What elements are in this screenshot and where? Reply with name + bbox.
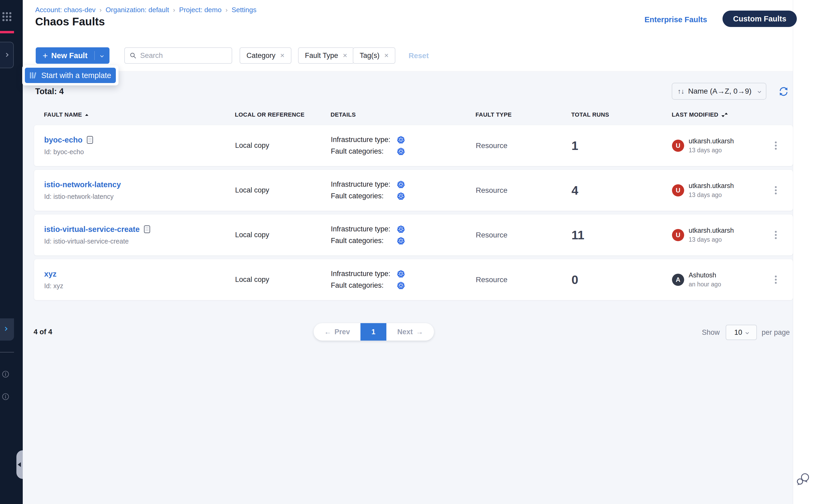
modified-time: 13 days ago — [689, 191, 734, 199]
filter-chip-fault-type[interactable]: Fault Type × — [298, 47, 354, 64]
reset-filters-button[interactable]: Reset — [409, 52, 429, 60]
local-or-reference: Local copy — [235, 186, 331, 194]
page-size-value: 10 — [734, 328, 742, 337]
sidebar-collapse-handle[interactable] — [16, 450, 23, 479]
template-icon — [29, 71, 37, 79]
total-runs: 0 — [571, 273, 672, 287]
refresh-icon[interactable] — [778, 86, 789, 97]
new-fault-button[interactable]: + New Fault — [36, 51, 94, 60]
prev-arrow-icon: ← — [324, 328, 331, 336]
avatar: U — [672, 184, 684, 196]
fault-categories-label: Fault categories: — [331, 147, 397, 155]
enterprise-faults-link[interactable]: Enterprise Faults — [644, 15, 707, 24]
fault-name-link[interactable]: xyz — [44, 270, 57, 278]
search-input[interactable] — [140, 52, 219, 60]
fault-name-link[interactable]: istio-network-latency — [44, 180, 121, 189]
modified-time: 13 days ago — [689, 147, 734, 154]
total-runs: 1 — [571, 139, 672, 153]
new-fault-label: New Fault — [51, 51, 88, 60]
kebab-menu-icon[interactable] — [775, 186, 777, 194]
local-or-reference: Local copy — [235, 141, 331, 150]
infra-type-label: Infrastructure type: — [331, 270, 397, 278]
apps-grid-icon[interactable] — [2, 12, 11, 21]
sort-select[interactable]: ↑↓ Name (A→Z, 0→9) — [672, 83, 766, 100]
fault-id: Id: istio-network-latency — [44, 193, 235, 200]
fault-name-link[interactable]: istio-virtual-service-create — [44, 225, 140, 234]
sort-ascending-icon — [85, 114, 88, 116]
page-size-select[interactable]: 10 — [726, 325, 757, 340]
column-label: FAULT TYPE — [475, 111, 512, 118]
local-or-reference: Local copy — [235, 231, 331, 239]
new-fault-split-button[interactable]: + New Fault — [36, 47, 109, 64]
modified-by: utkarsh.utkarsh — [689, 227, 734, 234]
chat-support-icon[interactable] — [795, 471, 811, 489]
description-icon[interactable] — [87, 136, 93, 144]
fault-categories-label: Fault categories: — [331, 237, 397, 245]
column-label: LAST MODIFIED — [672, 111, 718, 118]
sidebar-divider — [0, 352, 14, 352]
column-label: FAULT NAME — [44, 111, 82, 118]
kubernetes-icon — [397, 148, 405, 155]
right-rail — [793, 0, 814, 504]
fault-name-link[interactable]: byoc-echo — [44, 136, 83, 144]
table-row: xyz Id: xyz Local copy Infrastructure ty… — [34, 259, 793, 300]
new-fault-dropdown-toggle[interactable] — [95, 54, 109, 57]
kebab-menu-icon[interactable] — [775, 231, 777, 239]
module-expander-panel[interactable] — [0, 42, 14, 68]
plus-icon: + — [43, 51, 48, 60]
infra-type-label: Infrastructure type: — [331, 136, 397, 144]
modified-time: 13 days ago — [689, 236, 734, 243]
filter-chip-tags[interactable]: Tag(s) × — [353, 47, 395, 64]
modified-by: utkarsh.utkarsh — [689, 182, 734, 190]
filter-chip-category[interactable]: Category × — [240, 47, 291, 64]
page-number-button[interactable]: 1 — [360, 323, 386, 341]
description-icon[interactable] — [144, 225, 150, 233]
per-page-label: per page — [762, 328, 790, 337]
breadcrumb-separator: › — [173, 6, 175, 14]
total-runs: 4 — [571, 183, 672, 198]
total-count-label: Total: 4 — [35, 87, 64, 96]
column-header-fault-name[interactable]: FAULT NAME — [44, 111, 235, 118]
table-row: istio-virtual-service-create Id: istio-v… — [34, 214, 793, 256]
info-icon[interactable] — [2, 370, 9, 378]
left-sidebar — [0, 0, 23, 504]
next-page-button[interactable]: Next → — [386, 323, 434, 341]
sidebar-expand-tile[interactable] — [0, 318, 14, 341]
breadcrumb-org-link[interactable]: Organization: default — [106, 6, 169, 14]
kubernetes-icon — [397, 237, 405, 245]
fault-type: Resource — [476, 276, 571, 284]
prev-label: Prev — [335, 328, 350, 336]
filter-chip-label: Fault Type — [305, 52, 338, 60]
fault-type: Resource — [476, 231, 571, 239]
kubernetes-icon — [397, 192, 405, 200]
column-header-last-modified[interactable]: LAST MODIFIED — [672, 111, 766, 118]
search-input-wrapper[interactable] — [124, 47, 232, 64]
column-header-local-or-reference: LOCAL OR REFERENCE — [235, 111, 331, 118]
pagination-control: ← Prev 1 Next → — [314, 323, 434, 341]
brand-accent-bar — [0, 31, 14, 33]
column-header-total-runs: TOTAL RUNS — [571, 111, 672, 118]
breadcrumb-settings-link[interactable]: Settings — [232, 6, 257, 14]
avatar: A — [672, 274, 684, 286]
close-icon[interactable]: × — [343, 52, 347, 59]
chevron-right-icon — [4, 53, 9, 57]
breadcrumb-project-link[interactable]: Project: demo — [179, 6, 221, 14]
start-with-template-menu-item[interactable]: Start with a template — [25, 68, 116, 83]
infra-type-label: Infrastructure type: — [331, 225, 397, 233]
fault-type: Resource — [476, 186, 571, 195]
custom-faults-button[interactable]: Custom Faults — [722, 11, 797, 27]
kebab-menu-icon[interactable] — [775, 141, 777, 150]
row-count-label: 4 of 4 — [34, 328, 52, 336]
fault-type: Resource — [476, 141, 571, 150]
close-icon[interactable]: × — [384, 52, 388, 59]
fault-id: Id: istio-virtual-service-create — [44, 237, 235, 245]
close-icon[interactable]: × — [280, 52, 285, 59]
info-icon[interactable] — [2, 393, 9, 400]
breadcrumb-account-link[interactable]: Account: chaos-dev — [35, 6, 95, 14]
prev-page-button[interactable]: ← Prev — [314, 323, 360, 341]
search-icon — [130, 52, 136, 59]
kubernetes-icon — [397, 136, 405, 144]
modified-time: an hour ago — [689, 281, 721, 288]
filter-chip-label: Category — [246, 52, 276, 60]
kebab-menu-icon[interactable] — [775, 276, 777, 284]
